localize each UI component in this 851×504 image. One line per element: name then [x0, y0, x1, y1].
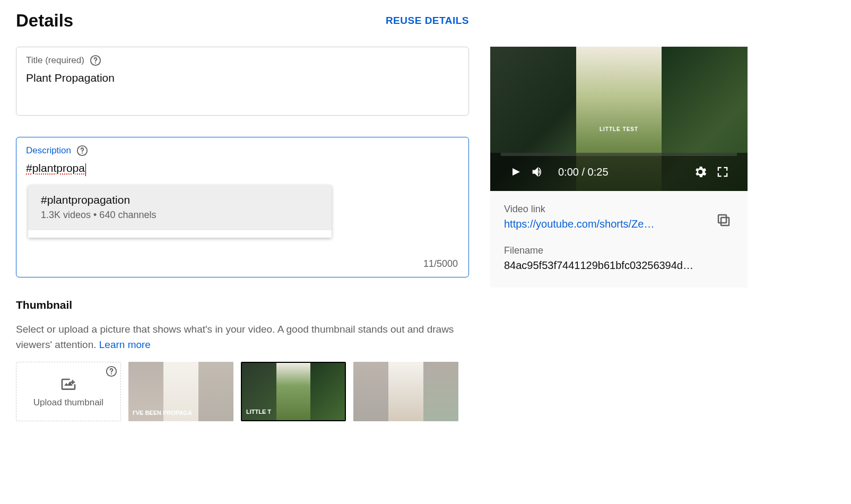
description-field[interactable]: Description #plantpropa #plantpropagatio…	[16, 137, 469, 277]
title-label: Title (required)	[26, 55, 84, 66]
help-icon[interactable]	[106, 366, 117, 377]
thumbnail-description: Select or upload a picture that shows wh…	[16, 322, 467, 352]
filename-value: 84ac95f53f7441129b61bfc03256394d…	[504, 259, 732, 272]
settings-button[interactable]	[689, 164, 711, 179]
title-field[interactable]: Title (required) Plant Propagation	[16, 47, 469, 116]
help-icon[interactable]	[76, 145, 88, 157]
upload-thumbnail-button[interactable]: Upload thumbnail	[16, 362, 121, 421]
video-link[interactable]: https://youtube.com/shorts/Ze…	[504, 218, 695, 230]
thumbnail-heading: Thumbnail	[16, 299, 469, 311]
svg-point-5	[111, 373, 112, 374]
svg-rect-7	[718, 215, 726, 223]
thumbnail-option-3[interactable]	[353, 362, 458, 421]
filename-label: Filename	[504, 245, 734, 256]
suggestion-meta: 1.3K videos • 640 channels	[41, 210, 319, 221]
video-overlay-text: LITTLE TEST	[600, 126, 638, 132]
description-label: Description	[26, 145, 71, 156]
video-preview-card: LITTLE TEST 0:00 / 0:25	[490, 47, 748, 288]
upload-thumbnail-label: Upload thumbnail	[33, 397, 103, 408]
char-counter: 11/5000	[423, 258, 458, 270]
suggestion-tag: #plantpropagation	[41, 194, 319, 206]
copy-link-button[interactable]	[716, 212, 734, 230]
thumbnail-overlay-text: LITTLE T	[246, 409, 271, 415]
title-value: Plant Propagation	[26, 72, 459, 84]
video-link-label: Video link	[504, 204, 705, 215]
add-image-icon	[60, 375, 77, 394]
learn-more-link[interactable]: Learn more	[99, 339, 151, 350]
text-caret	[85, 163, 86, 176]
hashtag-suggestion-popup: #plantpropagation 1.3K videos • 640 chan…	[28, 185, 332, 238]
svg-point-1	[95, 62, 96, 63]
reuse-details-button[interactable]: REUSE DETAILS	[386, 15, 469, 27]
hashtag-suggestion-item[interactable]: #plantpropagation 1.3K videos • 640 chan…	[28, 185, 332, 230]
play-button[interactable]	[504, 166, 526, 178]
svg-rect-6	[721, 218, 729, 225]
thumbnail-description-text: Select or upload a picture that shows wh…	[16, 324, 454, 350]
page-title: Details	[16, 11, 386, 31]
help-icon[interactable]	[90, 55, 101, 66]
timecode: 0:00 / 0:25	[558, 166, 689, 178]
video-player[interactable]: LITTLE TEST 0:00 / 0:25	[490, 47, 748, 191]
thumbnail-option-1[interactable]: I'VE BEEN PROPAGA	[128, 362, 233, 421]
volume-button[interactable]	[526, 164, 549, 179]
thumbnail-option-2[interactable]: LITTLE T	[241, 362, 346, 421]
svg-point-3	[82, 152, 83, 153]
fullscreen-button[interactable]	[711, 164, 734, 179]
suggestion-padding	[28, 230, 332, 238]
player-controls: 0:00 / 0:25	[490, 153, 748, 191]
thumbnail-overlay-text: I'VE BEEN PROPAGA	[133, 410, 192, 416]
description-value: #plantpropa	[26, 162, 85, 174]
